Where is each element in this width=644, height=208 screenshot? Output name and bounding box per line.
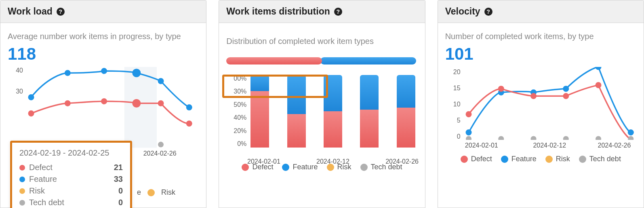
tooltip-row-feature: Feature 33 [19, 173, 123, 185]
card-velocity: Velocity ? Number of completed work item… [438, 0, 644, 208]
legend-item-techdebt[interactable]: Tech debt [579, 155, 621, 163]
help-icon[interactable]: ? [484, 8, 492, 16]
y-axis: 00% 30% 50% 40% 20% 0% [226, 75, 249, 148]
bar-segment-defect[interactable] [226, 57, 322, 64]
svg-point-4 [101, 68, 107, 74]
svg-point-16 [530, 136, 536, 140]
svg-point-24 [596, 67, 601, 70]
legend-label: Feature [293, 163, 318, 171]
y-tick: 40% [234, 114, 246, 121]
card-distribution: Work items distribution ? Distribution o… [219, 0, 425, 208]
svg-point-26 [466, 111, 471, 117]
y-tick: 20% [234, 127, 246, 135]
y-tick: 30% [234, 88, 246, 95]
tooltip-row-techdebt: Tech debt 0 [19, 197, 123, 208]
svg-point-12 [158, 100, 164, 106]
x-tick: 2024-02-26 [598, 142, 631, 149]
dot-icon [19, 177, 25, 182]
tooltip-title: 2024-02-19 - 2024-02-25 [19, 148, 123, 158]
svg-point-8 [28, 110, 34, 116]
stacked-bar[interactable] [287, 75, 306, 148]
svg-point-19 [628, 136, 633, 140]
card-body-distribution: Distribution of completed work item type… [219, 23, 425, 208]
svg-point-28 [530, 93, 536, 99]
tooltip-label: Feature [29, 175, 57, 184]
svg-point-29 [563, 93, 568, 99]
y-tick: 30 [16, 88, 23, 95]
tooltip-workload: 2024-02-19 - 2024-02-25 Defect 21 Featur… [10, 141, 132, 208]
tooltip-label: Tech debt [29, 198, 64, 207]
legend-dot-icon [461, 156, 468, 163]
legend-item-defect[interactable]: Defect [461, 155, 492, 163]
y-tick: 20 [453, 69, 461, 76]
legend-label: Defect [471, 155, 492, 163]
card-header-velocity: Velocity ? [438, 0, 644, 23]
legend-dot-icon [282, 164, 289, 171]
bars [250, 75, 415, 148]
tooltip-value: 21 [114, 163, 123, 172]
legend-item-risk[interactable]: Risk [545, 155, 570, 163]
svg-point-7 [186, 104, 192, 110]
line-plot-workload [27, 67, 197, 148]
svg-point-14 [466, 136, 471, 140]
legend-label: Risk [556, 155, 570, 163]
subtitle-workload: Average number work items in progress, b… [8, 32, 199, 41]
help-icon[interactable]: ? [334, 8, 342, 16]
svg-point-1 [158, 142, 164, 148]
y-tick: 40 [16, 67, 23, 74]
tooltip-row-defect: Defect 21 [19, 162, 123, 173]
legend-dot-icon [360, 164, 368, 171]
svg-rect-0 [124, 67, 157, 148]
svg-point-13 [186, 121, 192, 126]
stacked-bar[interactable] [324, 75, 342, 148]
legend-partial: e Risk [137, 188, 175, 197]
x-tick: 2024-02-01 [247, 158, 280, 165]
card-body-workload: Average number work items in progress, b… [0, 23, 206, 208]
stacked-bar[interactable] [250, 75, 269, 148]
legend-dot-risk [147, 189, 155, 196]
subtitle-velocity: Number of completed work items, by type [445, 32, 636, 41]
legend-dot-icon [501, 156, 508, 163]
svg-point-9 [65, 100, 70, 106]
legend-dot-icon [579, 156, 586, 163]
svg-point-3 [65, 70, 70, 76]
x-tick: 2024-02-12 [316, 158, 349, 165]
dot-icon [19, 200, 25, 206]
overall-distribution-bar [226, 54, 417, 68]
tooltip-row-risk: Risk 0 [19, 185, 123, 197]
y-tick: 00% [234, 75, 246, 82]
legend-item-feature[interactable]: Feature [501, 155, 537, 163]
svg-point-27 [498, 86, 504, 92]
svg-point-18 [596, 136, 601, 140]
chart-velocity: 20 15 10 5 0 [445, 67, 636, 152]
help-icon[interactable]: ? [57, 8, 65, 16]
legend-fragment: e [137, 188, 141, 197]
x-tick: 2024-02-12 [533, 142, 566, 149]
svg-point-11 [133, 100, 140, 107]
legend: Defect Feature Risk Tech debt [445, 155, 636, 163]
stacked-bar[interactable] [360, 75, 379, 148]
x-tick: 2024-02-26 [385, 158, 419, 165]
svg-point-5 [133, 69, 140, 77]
svg-point-2 [28, 94, 34, 100]
tooltip-label: Risk [29, 186, 45, 196]
y-tick: 50% [234, 101, 246, 108]
x-tick: 2024-02-01 [465, 142, 498, 149]
legend-label: Tech debt [589, 155, 621, 163]
metric-workload: 118 [8, 44, 199, 64]
y-tick: 0% [237, 140, 246, 148]
subtitle-distribution: Distribution of completed work item type… [226, 37, 417, 46]
card-title-velocity: Velocity [445, 6, 480, 17]
bar-segment-feature[interactable] [320, 57, 416, 64]
card-body-velocity: Number of completed work items, by type … [438, 23, 644, 208]
stacked-bar[interactable] [397, 75, 415, 148]
tooltip-value: 33 [114, 175, 123, 184]
tooltip-value: 0 [118, 186, 123, 196]
metric-velocity: 101 [445, 44, 636, 64]
x-axis: 2024-02-01 2024-02-12 2024-02-26 [465, 142, 635, 152]
legend-item-feature[interactable]: Feature [282, 163, 318, 171]
y-tick: 0 [457, 133, 461, 140]
card-title-distribution: Work items distribution [226, 6, 330, 17]
svg-point-23 [563, 86, 568, 92]
y-tick: 15 [453, 85, 461, 92]
